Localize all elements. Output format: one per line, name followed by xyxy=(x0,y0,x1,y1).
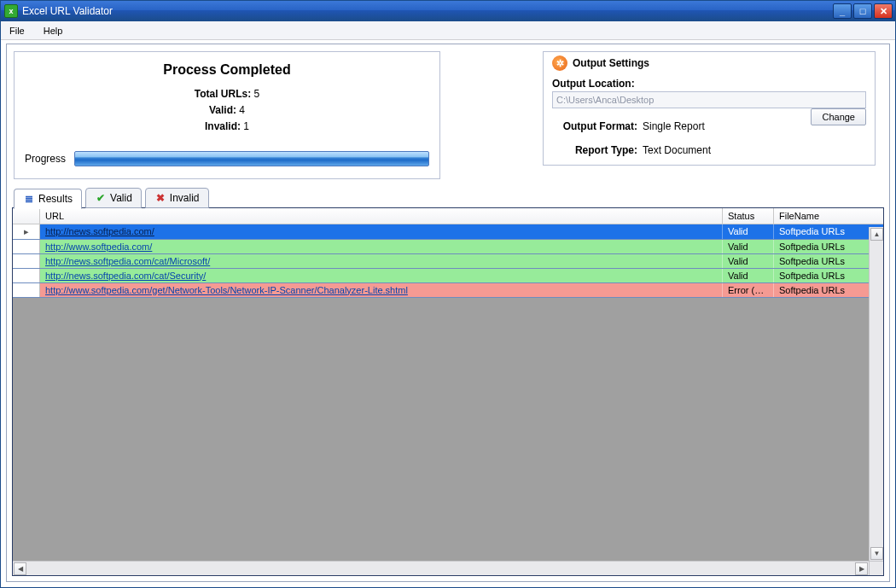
row-selector[interactable]: ▸ xyxy=(13,224,40,239)
report-type-label: Report Type: xyxy=(552,144,637,156)
grid-body: ▸http://news.softpedia.com/ValidSoftpedi… xyxy=(13,224,883,575)
content-frame: Process Completed Total URLs: 5 Valid: 4… xyxy=(6,44,890,582)
progress-label: Progress xyxy=(25,153,66,165)
cell-status: Error (410) xyxy=(723,283,774,297)
table-row[interactable]: http://www.softpedia.com/get/Network-Too… xyxy=(13,283,883,298)
grid-header-selector[interactable] xyxy=(13,208,40,224)
menu-help[interactable]: Help xyxy=(40,24,67,38)
output-settings-header: Output Settings xyxy=(573,57,649,69)
cell-status: Valid xyxy=(723,269,774,282)
grid-header-filename[interactable]: FileName xyxy=(774,208,883,224)
tab-strip: ≣ Results ✔ Valid ✖ Invalid xyxy=(12,188,884,208)
change-button[interactable]: Change xyxy=(811,108,866,125)
output-format-label: Output Format: xyxy=(552,120,637,132)
grid-header-status[interactable]: Status xyxy=(723,208,774,224)
scroll-down-button[interactable]: ▼ xyxy=(870,547,883,560)
check-icon: ✔ xyxy=(95,192,107,204)
minimize-button[interactable]: _ xyxy=(833,3,852,19)
scroll-left-button[interactable]: ◀ xyxy=(14,562,26,575)
horizontal-scrollbar[interactable]: ◀ ▶ xyxy=(13,561,869,575)
total-urls-label: Total URLs: xyxy=(195,88,251,100)
output-location-label: Output Location: xyxy=(552,78,866,90)
total-urls-value: 5 xyxy=(254,88,260,100)
table-row[interactable]: http://news.softpedia.com/cat/Microsoft/… xyxy=(13,254,883,269)
gear-icon: ✲ xyxy=(552,55,567,71)
grid-header-url[interactable]: URL xyxy=(40,208,723,224)
maximize-button[interactable]: □ xyxy=(853,3,872,19)
row-selector[interactable] xyxy=(13,283,40,297)
url-link[interactable]: http://news.softpedia.com/cat/Microsoft/ xyxy=(45,256,210,266)
url-link[interactable]: http://www.softpedia.com/get/Network-Too… xyxy=(45,285,408,295)
menu-bar: File Help xyxy=(1,21,895,40)
url-link[interactable]: http://www.softpedia.com/ xyxy=(45,242,152,252)
valid-label: Valid: xyxy=(209,104,236,116)
cell-filename: Softpedia URLs xyxy=(774,269,883,282)
close-button[interactable]: ✕ xyxy=(874,3,893,19)
tab-invalid[interactable]: ✖ Invalid xyxy=(145,188,209,208)
scroll-up-button[interactable]: ▲ xyxy=(870,228,883,241)
cell-filename: Softpedia URLs xyxy=(774,240,883,253)
tab-valid[interactable]: ✔ Valid xyxy=(85,188,142,208)
output-format-value: Single Report xyxy=(643,120,705,132)
row-selector[interactable] xyxy=(13,240,40,253)
cell-filename: Softpedia URLs xyxy=(774,283,883,297)
progress-bar xyxy=(74,151,429,166)
tab-invalid-label: Invalid xyxy=(170,192,200,204)
results-grid: URL Status FileName ▸http://news.softped… xyxy=(12,207,884,576)
cell-status: Valid xyxy=(723,240,774,253)
invalid-label: Invalid: xyxy=(205,120,241,132)
report-type-value: Text Document xyxy=(643,144,711,156)
cell-url: http://news.softpedia.com/cat/Security/ xyxy=(40,269,723,282)
url-link[interactable]: http://news.softpedia.com/ xyxy=(45,226,154,236)
output-settings-panel: ✲ Output Settings Output Location: C:\Us… xyxy=(543,51,876,166)
invalid-value: 1 xyxy=(243,120,249,132)
url-link[interactable]: http://news.softpedia.com/cat/Security/ xyxy=(45,271,206,281)
title-bar: x Excel URL Validator _ □ ✕ xyxy=(1,1,895,21)
cell-url: http://news.softpedia.com/cat/Microsoft/ xyxy=(40,254,723,268)
cell-status: Valid xyxy=(723,254,774,268)
vertical-scrollbar[interactable]: ▲ ▼ xyxy=(869,227,883,561)
cell-url: http://www.softpedia.com/ xyxy=(40,240,723,253)
cell-filename: Softpedia URLs xyxy=(774,224,883,239)
tab-valid-label: Valid xyxy=(110,192,132,204)
row-selector[interactable] xyxy=(13,254,40,268)
cell-status: Valid xyxy=(723,224,774,239)
tab-results-label: Results xyxy=(38,193,73,205)
scroll-right-button[interactable]: ▶ xyxy=(855,562,868,575)
menu-file[interactable]: File xyxy=(6,24,28,38)
cell-url: http://www.softpedia.com/get/Network-Too… xyxy=(40,283,723,297)
window-title: Excel URL Validator xyxy=(22,5,831,17)
row-selector[interactable] xyxy=(13,269,40,282)
table-row[interactable]: http://news.softpedia.com/cat/Security/V… xyxy=(13,269,883,283)
list-icon: ≣ xyxy=(23,193,35,205)
grid-header: URL Status FileName xyxy=(13,208,883,224)
process-panel: Process Completed Total URLs: 5 Valid: 4… xyxy=(14,51,440,179)
scroll-corner xyxy=(869,561,883,575)
x-icon: ✖ xyxy=(154,192,166,204)
cell-filename: Softpedia URLs xyxy=(774,254,883,268)
table-row[interactable]: ▸http://news.softpedia.com/ValidSoftpedi… xyxy=(13,224,883,240)
process-title: Process Completed xyxy=(25,62,429,78)
output-location-field[interactable]: C:\Users\Anca\Desktop xyxy=(552,91,866,108)
cell-url: http://news.softpedia.com/ xyxy=(40,224,723,239)
table-row[interactable]: http://www.softpedia.com/ValidSoftpedia … xyxy=(13,240,883,254)
valid-value: 4 xyxy=(239,104,245,116)
tab-results[interactable]: ≣ Results xyxy=(14,189,82,209)
app-icon: x xyxy=(4,4,18,18)
